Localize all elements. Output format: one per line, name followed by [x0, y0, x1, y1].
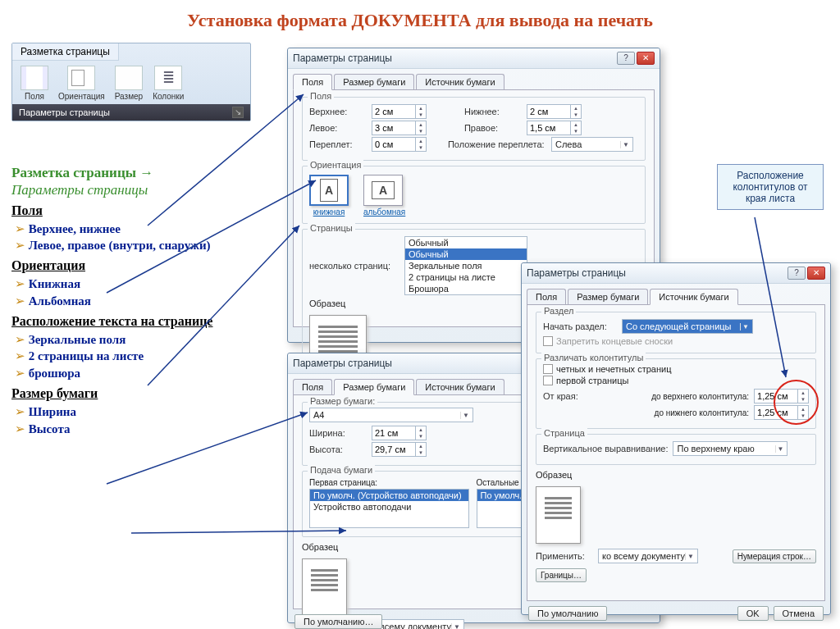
tab-paper-source[interactable]: Источник бумаги — [416, 379, 504, 394]
preview-icon — [302, 558, 347, 616]
cancel-button[interactable]: Отмена — [774, 606, 824, 621]
margin-top-input[interactable]: ▲▼ — [372, 104, 427, 119]
ribbon-columns-button[interactable]: Колонки — [149, 64, 187, 103]
gutter-position-select[interactable]: Слева▼ — [551, 137, 633, 152]
tab-fields[interactable]: Поля — [527, 289, 566, 304]
close-button[interactable]: ✕ — [637, 52, 655, 65]
orientation-portrait-button[interactable]: Aкнижная — [309, 175, 349, 217]
ribbon-margins-button[interactable]: Поля — [17, 64, 52, 103]
tab-paper-size[interactable]: Размер бумаги — [334, 379, 414, 395]
help-button[interactable]: ? — [788, 267, 806, 280]
help-button[interactable]: ? — [617, 52, 635, 65]
orientation-landscape-button[interactable]: Aальбомная — [363, 175, 405, 217]
columns-icon — [154, 66, 182, 90]
first-page-tray-listbox[interactable]: По умолч. (Устройство автоподачи) Устрой… — [309, 489, 469, 528]
paper-width-input[interactable]: ▲▼ — [372, 426, 427, 440]
margin-bottom-input[interactable]: ▲▼ — [527, 104, 582, 119]
margins-icon — [21, 66, 48, 90]
tab-fields[interactable]: Поля — [293, 379, 332, 394]
page-setup-dialog-source: Параметры страницы ?✕ Поля Размер бумаги… — [521, 262, 831, 615]
ribbon-size-button[interactable]: Размер — [112, 64, 146, 103]
preview-icon — [536, 486, 581, 544]
first-page-checkbox[interactable] — [543, 376, 553, 385]
size-icon — [115, 66, 143, 90]
tab-paper-size[interactable]: Размер бумаги — [334, 74, 414, 89]
ribbon-group-label: Параметры страницы — [19, 107, 110, 117]
dialog-launcher-icon[interactable]: ↘ — [232, 107, 244, 118]
gutter-input[interactable]: ▲▼ — [372, 137, 427, 152]
margin-right-input[interactable]: ▲▼ — [527, 121, 582, 135]
dialog-title: Параметры страницы — [293, 52, 392, 64]
apply-to-select[interactable]: ко всему документу▼ — [598, 549, 698, 563]
borders-button[interactable]: Границы… — [536, 568, 587, 582]
close-button[interactable]: ✕ — [807, 267, 825, 280]
default-button[interactable]: По умолчанию — [528, 606, 607, 621]
margin-left-input[interactable]: ▲▼ — [372, 121, 427, 135]
ribbon-orientation-button[interactable]: Ориентация — [55, 64, 108, 103]
ok-button[interactable]: OK — [737, 606, 769, 621]
footer-distance-input[interactable]: ▲▼ — [754, 405, 809, 420]
page-title: Установка формата ДОКУМЕНТА для вывода н… — [0, 0, 840, 38]
section-start-select[interactable]: Со следующей страницы▼ — [622, 319, 753, 334]
vertical-align-select[interactable]: По верхнему краю▼ — [673, 441, 788, 456]
tab-paper-size[interactable]: Размер бумаги — [568, 289, 648, 304]
default-button[interactable]: По умолчанию… — [294, 614, 382, 629]
suppress-endnotes-checkbox[interactable] — [543, 336, 553, 346]
callout-box: Расположение колонтитулов от края листа — [717, 164, 824, 210]
line-numbers-button[interactable]: Нумерация строк… — [733, 549, 816, 563]
ribbon-tab[interactable]: Разметка страницы — [12, 43, 119, 61]
outline-text: Разметка страницы → Параметры страницы П… — [11, 164, 258, 440]
orientation-icon — [67, 66, 95, 90]
tab-paper-source[interactable]: Источник бумаги — [650, 289, 737, 305]
paper-height-input[interactable]: ▲▼ — [372, 442, 427, 457]
multiple-pages-listbox[interactable]: Обычный Обычный Зеркальные поля 2 страни… — [404, 236, 527, 295]
header-distance-input[interactable]: ▲▼ — [754, 389, 809, 403]
ribbon-group: Разметка страницы Поля Ориентация Размер… — [11, 43, 251, 121]
tab-fields[interactable]: Поля — [293, 74, 332, 90]
paper-size-select[interactable]: A4▼ — [309, 408, 473, 422]
odd-even-checkbox[interactable] — [543, 364, 553, 374]
tab-paper-source[interactable]: Источник бумаги — [416, 74, 504, 89]
